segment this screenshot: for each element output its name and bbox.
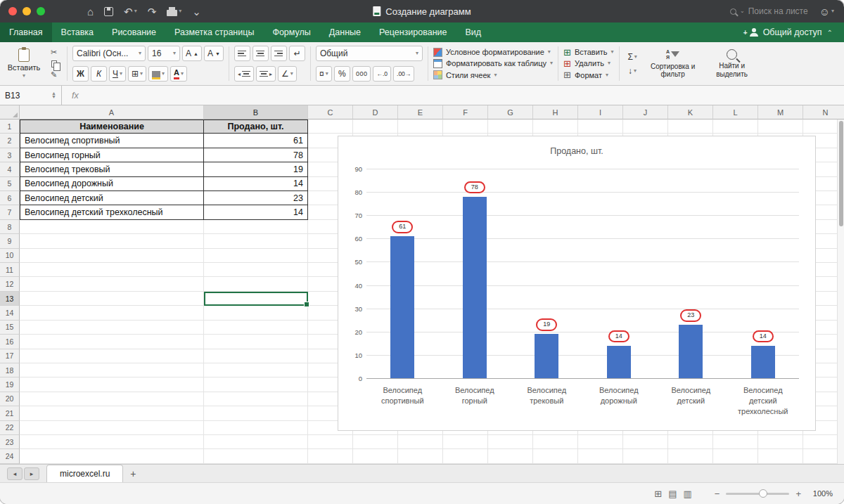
cell-B5[interactable]: 14 (204, 177, 308, 191)
cell-A24[interactable] (20, 449, 204, 463)
cell-A11[interactable] (20, 263, 204, 277)
zoom-level[interactable]: 100% (807, 489, 833, 498)
home-icon[interactable]: ⌂ (87, 6, 94, 17)
cell-D23[interactable] (353, 435, 398, 449)
add-sheet-button[interactable]: + (123, 465, 143, 482)
decrease-decimal-button[interactable]: .00→ (393, 66, 414, 82)
font-size-select[interactable]: 16▾ (148, 46, 180, 61)
cell-B17[interactable] (204, 349, 308, 363)
chart-bar-4[interactable] (679, 325, 703, 378)
column-header-B[interactable]: B (204, 105, 308, 119)
ribbon-tab-7[interactable]: Вид (456, 22, 491, 42)
row-header-13[interactable]: 13 (0, 292, 20, 306)
cell-A8[interactable] (20, 220, 204, 234)
zoom-in-button[interactable]: + (795, 489, 801, 499)
chart-bar-5[interactable] (751, 346, 775, 378)
row-header-12[interactable]: 12 (0, 277, 20, 291)
cell-F24[interactable] (443, 449, 488, 463)
cell-L23[interactable] (713, 435, 758, 449)
cell-A23[interactable] (20, 435, 204, 449)
cell-B12[interactable] (204, 277, 308, 291)
cell-B20[interactable] (204, 392, 308, 406)
row-header-7[interactable]: 7 (0, 205, 20, 219)
row-header-3[interactable]: 3 (0, 148, 20, 162)
cell-A5[interactable]: Велосипед дорожный (20, 177, 204, 191)
cell-A19[interactable] (20, 377, 204, 392)
close-window-button[interactable] (8, 7, 17, 15)
row-header-21[interactable]: 21 (0, 406, 20, 420)
cell-H1[interactable] (533, 119, 578, 134)
row-header-17[interactable]: 17 (0, 349, 20, 363)
cell-B3[interactable]: 78 (204, 148, 308, 162)
cell-I23[interactable] (578, 435, 623, 449)
cell-B11[interactable] (204, 263, 308, 277)
cell-B22[interactable] (204, 421, 308, 435)
feedback-button[interactable]: ☺▾ (819, 6, 834, 18)
align-left-button[interactable] (234, 46, 250, 61)
cell-A15[interactable] (20, 321, 204, 335)
cell-A22[interactable] (20, 421, 204, 435)
row-header-15[interactable]: 15 (0, 321, 20, 335)
row-header-16[interactable]: 16 (0, 335, 20, 349)
decrease-font-size-button[interactable]: A▼ (204, 46, 224, 61)
cell-A1[interactable]: Наименование (20, 119, 204, 134)
row-header-19[interactable]: 19 (0, 377, 20, 392)
column-header-F[interactable]: F (443, 105, 488, 119)
cell-B1[interactable]: Продано, шт. (204, 119, 308, 134)
column-header-K[interactable]: K (668, 105, 713, 119)
currency-format-button[interactable]: ¤▾ (316, 66, 332, 82)
row-header-22[interactable]: 22 (0, 421, 20, 435)
font-name-select[interactable]: Calibri (Осн...▾ (72, 46, 146, 61)
font-color-button[interactable]: А▾ (170, 66, 187, 82)
column-header-D[interactable]: D (353, 105, 398, 119)
cell-A10[interactable] (20, 249, 204, 263)
cell-K24[interactable] (668, 449, 713, 463)
cell-A2[interactable]: Велосипед спортивный (20, 134, 204, 148)
maximize-window-button[interactable] (37, 7, 45, 15)
cell-F1[interactable] (443, 119, 488, 134)
cell-I1[interactable] (578, 119, 623, 134)
cell-H24[interactable] (533, 449, 578, 463)
cell-A21[interactable] (20, 406, 204, 420)
select-all-corner[interactable] (0, 105, 20, 119)
increase-indent-button[interactable]: ▸ (256, 66, 276, 82)
chart-bar-1[interactable] (463, 197, 487, 378)
share-button[interactable]: + Общий доступ ⌃ (743, 22, 844, 42)
ribbon-tab-5[interactable]: Данные (320, 22, 370, 42)
cell-H23[interactable] (533, 435, 578, 449)
wrap-text-button[interactable]: ↵ (289, 46, 305, 61)
cell-M24[interactable] (758, 449, 803, 463)
cell-B15[interactable] (204, 321, 308, 335)
column-header-N[interactable]: N (803, 105, 844, 119)
increase-font-size-button[interactable]: A▲ (182, 46, 202, 61)
paste-button[interactable]: Вставить ▾ (6, 46, 42, 82)
percent-format-button[interactable]: % (334, 66, 350, 82)
cell-B14[interactable] (204, 306, 308, 320)
cell-A18[interactable] (20, 363, 204, 377)
scrollbar-thumb[interactable] (839, 121, 843, 226)
cell-J1[interactable] (623, 119, 668, 134)
underline-button[interactable]: Ч▾ (109, 66, 126, 82)
row-header-5[interactable]: 5 (0, 177, 20, 191)
cell-B23[interactable] (204, 435, 308, 449)
row-header-24[interactable]: 24 (0, 449, 20, 463)
embedded-chart[interactable]: Продано, шт.010203040506070809061Велосип… (338, 136, 816, 431)
cell-A16[interactable] (20, 335, 204, 349)
decrease-indent-button[interactable]: ◂ (234, 66, 254, 82)
sort-filter-button[interactable]: АЯ Сортировка и фильтр (646, 49, 700, 79)
cell-A12[interactable] (20, 277, 204, 291)
format-as-table-button[interactable]: Форматировать как таблицу▾ (433, 58, 553, 69)
bold-button[interactable]: Ж (72, 66, 89, 82)
format-painter-button[interactable]: ✎ (46, 70, 62, 80)
cell-I24[interactable] (578, 449, 623, 463)
cell-L24[interactable] (713, 449, 758, 463)
text-orientation-button[interactable]: ∠▾ (278, 66, 297, 82)
cell-B10[interactable] (204, 249, 308, 263)
row-header-1[interactable]: 1 (0, 119, 20, 134)
column-header-A[interactable]: A (20, 105, 204, 119)
column-header-L[interactable]: L (713, 105, 758, 119)
cell-B2[interactable]: 61 (204, 134, 308, 148)
align-right-button[interactable] (271, 46, 287, 61)
cell-B16[interactable] (204, 335, 308, 349)
column-header-M[interactable]: M (758, 105, 803, 119)
